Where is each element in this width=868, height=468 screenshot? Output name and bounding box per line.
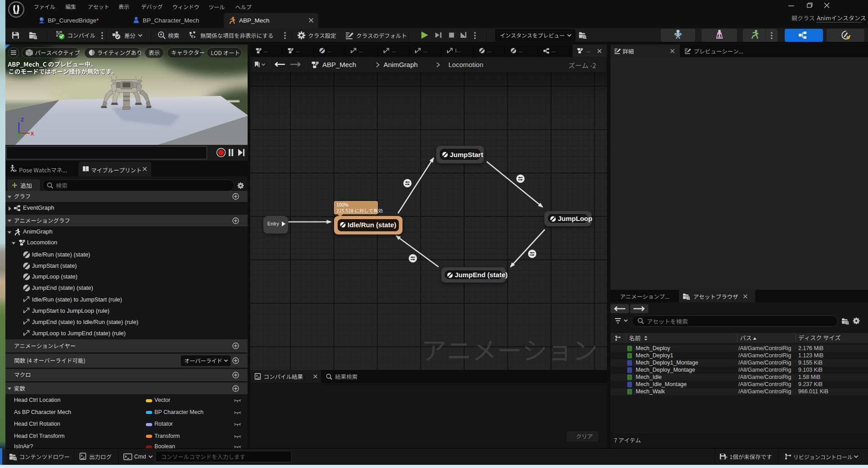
svg-text:Y: Y	[18, 132, 22, 137]
svg-text:Z: Z	[21, 117, 24, 122]
svg-text:X: X	[31, 131, 34, 136]
svg-text:*: *	[726, 456, 728, 460]
